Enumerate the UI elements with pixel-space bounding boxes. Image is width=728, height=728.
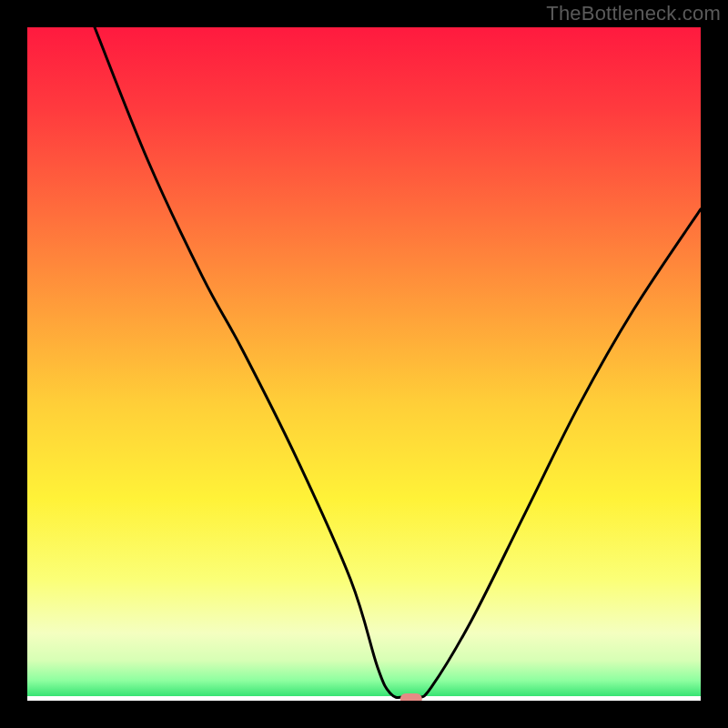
plot-area [27, 27, 701, 701]
watermark-text: TheBottleneck.com [546, 2, 721, 25]
optimal-marker [400, 693, 422, 701]
gradient-background [27, 27, 701, 701]
chart-svg [27, 27, 701, 701]
baseline-strip [27, 696, 701, 701]
chart-frame: TheBottleneck.com [0, 0, 728, 728]
